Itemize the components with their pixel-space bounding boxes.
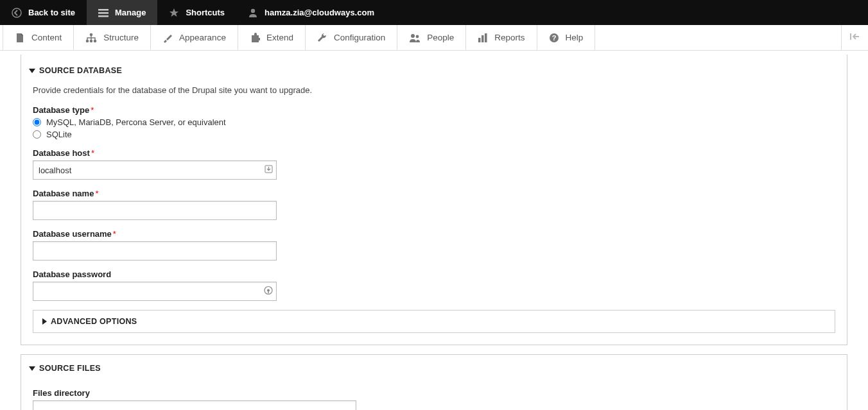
user-menu-button[interactable]: hamza.zia@cloudways.com bbox=[236, 0, 386, 25]
tab-reports-label: Reports bbox=[494, 33, 525, 42]
svg-text:?: ? bbox=[551, 34, 556, 42]
svg-point-0 bbox=[12, 8, 21, 17]
admin-toolbar-secondary: Content Structure Appearance Extend Conf… bbox=[0, 25, 868, 51]
svg-point-6 bbox=[86, 39, 89, 42]
user-icon bbox=[248, 8, 258, 18]
source-database-legend[interactable]: Source database bbox=[29, 65, 835, 76]
chevron-down-icon bbox=[29, 366, 35, 371]
tab-appearance-label: Appearance bbox=[179, 33, 226, 42]
database-type-mysql-option[interactable]: MySQL, MariaDB, Percona Server, or equiv… bbox=[33, 117, 835, 127]
svg-rect-3 bbox=[98, 15, 108, 17]
database-host-label: Database host* bbox=[33, 148, 835, 158]
svg-point-9 bbox=[411, 34, 415, 38]
tab-people-label: People bbox=[427, 33, 454, 42]
database-host-input[interactable] bbox=[33, 160, 277, 180]
database-type-group: Database type* MySQL, MariaDB, Percona S… bbox=[33, 105, 835, 139]
svg-rect-13 bbox=[485, 33, 487, 42]
database-name-label: Database name* bbox=[33, 189, 835, 198]
shortcuts-button[interactable]: Shortcuts bbox=[157, 0, 236, 25]
tab-content[interactable]: Content bbox=[3, 25, 74, 50]
tab-structure-label: Structure bbox=[103, 33, 139, 42]
puzzle-icon bbox=[250, 33, 260, 43]
tab-configuration-label: Configuration bbox=[334, 33, 385, 42]
source-files-fieldset: Source files Files directory To import f… bbox=[21, 354, 847, 410]
database-type-sqlite-radio[interactable] bbox=[33, 130, 41, 139]
database-host-group: Database host* bbox=[33, 148, 835, 180]
required-marker: * bbox=[95, 189, 98, 198]
svg-rect-11 bbox=[478, 38, 481, 42]
files-directory-label: Files directory bbox=[33, 388, 835, 398]
source-files-legend-text: Source files bbox=[39, 364, 101, 373]
tab-structure[interactable]: Structure bbox=[74, 25, 151, 50]
source-database-legend-text: Source database bbox=[39, 66, 122, 75]
advanced-options-fieldset: Advanced options bbox=[33, 310, 835, 333]
database-password-group: Database password bbox=[33, 269, 835, 301]
database-type-sqlite-option[interactable]: SQLite bbox=[33, 130, 835, 139]
files-directory-group: Files directory To import files from you… bbox=[33, 388, 835, 410]
manage-label: Manage bbox=[115, 8, 146, 17]
database-password-input[interactable] bbox=[33, 282, 277, 301]
hamburger-icon bbox=[98, 8, 108, 17]
svg-rect-12 bbox=[482, 35, 484, 42]
tab-people[interactable]: People bbox=[397, 25, 466, 50]
document-icon bbox=[15, 33, 25, 43]
database-type-sqlite-label: SQLite bbox=[46, 130, 72, 139]
admin-toolbar-primary: Back to site Manage Shortcuts hamza.zia@… bbox=[0, 0, 868, 25]
required-marker: * bbox=[113, 229, 116, 239]
back-to-site-button[interactable]: Back to site bbox=[0, 0, 87, 25]
tab-help[interactable]: ? Help bbox=[537, 25, 596, 50]
svg-point-10 bbox=[416, 35, 419, 38]
tab-configuration[interactable]: Configuration bbox=[306, 25, 397, 50]
source-database-description: Provide credentials for the database of … bbox=[33, 85, 835, 95]
database-name-input[interactable] bbox=[33, 201, 277, 220]
bar-chart-icon bbox=[478, 33, 488, 43]
tab-extend-label: Extend bbox=[266, 33, 293, 42]
database-username-input[interactable] bbox=[33, 241, 277, 261]
chevron-right-icon bbox=[42, 318, 47, 325]
tab-appearance[interactable]: Appearance bbox=[151, 25, 238, 50]
toolbar-orientation-toggle[interactable] bbox=[841, 25, 868, 50]
people-icon bbox=[409, 33, 421, 43]
database-type-mysql-radio[interactable] bbox=[33, 118, 41, 126]
database-name-group: Database name* bbox=[33, 189, 835, 220]
database-type-label: Database type* bbox=[33, 105, 835, 115]
svg-point-8 bbox=[94, 39, 97, 42]
svg-rect-2 bbox=[98, 12, 108, 14]
source-files-legend[interactable]: Source files bbox=[29, 363, 835, 374]
manage-button[interactable]: Manage bbox=[87, 0, 157, 25]
help-icon: ? bbox=[549, 33, 559, 43]
wrench-icon bbox=[317, 33, 327, 43]
back-arrow-icon bbox=[12, 8, 22, 18]
tab-content-label: Content bbox=[31, 33, 62, 42]
chevron-down-icon bbox=[29, 69, 35, 73]
files-directory-input[interactable] bbox=[33, 400, 356, 410]
advanced-options-legend[interactable]: Advanced options bbox=[42, 316, 826, 327]
tab-reports[interactable]: Reports bbox=[466, 25, 537, 50]
required-marker: * bbox=[91, 105, 94, 115]
database-type-mysql-label: MySQL, MariaDB, Percona Server, or equiv… bbox=[46, 117, 226, 127]
svg-rect-16 bbox=[850, 33, 851, 40]
database-username-label: Database username* bbox=[33, 229, 835, 239]
back-to-site-label: Back to site bbox=[28, 8, 75, 17]
advanced-options-legend-text: Advanced options bbox=[51, 317, 137, 326]
page-content: Source database Provide credentials for … bbox=[0, 55, 868, 410]
paintbrush-icon bbox=[162, 33, 173, 43]
shortcuts-label: Shortcuts bbox=[186, 8, 225, 17]
database-username-group: Database username* bbox=[33, 229, 835, 261]
svg-point-7 bbox=[90, 39, 93, 42]
source-database-fieldset: Source database Provide credentials for … bbox=[21, 55, 847, 345]
tab-help-label: Help bbox=[566, 33, 584, 42]
user-email-label: hamza.zia@cloudways.com bbox=[265, 8, 374, 17]
svg-point-5 bbox=[90, 33, 93, 36]
tab-extend[interactable]: Extend bbox=[238, 25, 306, 50]
collapse-icon bbox=[850, 32, 860, 43]
svg-rect-1 bbox=[98, 9, 108, 11]
database-password-label: Database password bbox=[33, 269, 835, 279]
star-icon bbox=[169, 8, 179, 18]
hierarchy-icon bbox=[85, 33, 97, 43]
required-marker: * bbox=[91, 148, 94, 158]
svg-point-4 bbox=[251, 8, 255, 12]
